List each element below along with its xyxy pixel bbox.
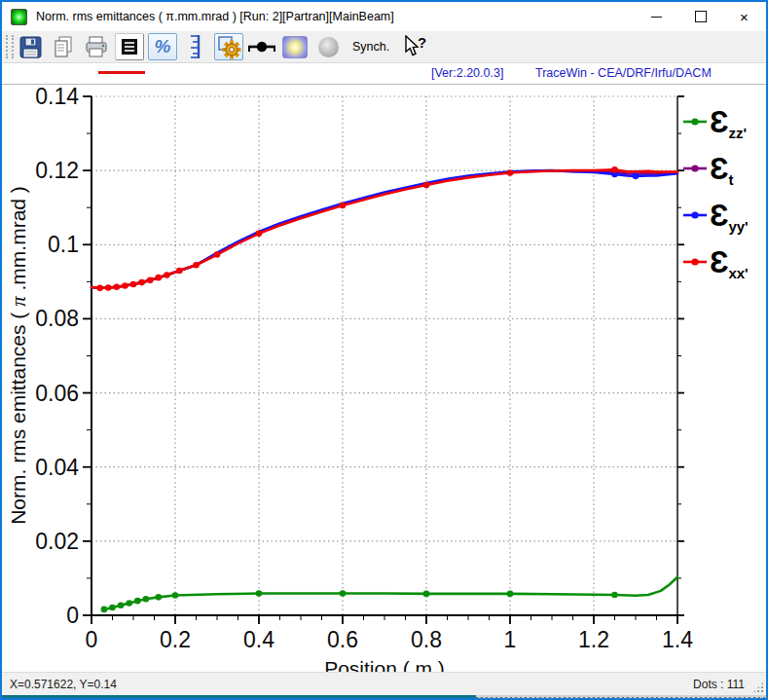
svg-text:0.4: 0.4 <box>243 627 274 652</box>
maximize-button[interactable] <box>678 2 722 31</box>
brand-label: TraceWin - CEA/DRF/Irfu/DACM <box>535 66 712 80</box>
print-button[interactable] <box>82 33 111 60</box>
background-window-gray-bar <box>476 695 766 700</box>
record-button[interactable] <box>313 33 343 60</box>
legend-marker-t <box>682 163 708 174</box>
tracewin-plot-window: Norm. rms emittances ( π.mm.mrad ) [Run:… <box>0 0 768 700</box>
percent-button[interactable]: % <box>148 33 177 60</box>
svg-text:0.8: 0.8 <box>411 627 442 652</box>
resize-grip[interactable] <box>752 682 764 693</box>
background-window-teal-bar <box>2 695 476 700</box>
legend-marker-yy <box>682 209 708 221</box>
record-icon <box>318 37 339 57</box>
beam-button[interactable] <box>247 33 276 60</box>
svg-text:0.02: 0.02 <box>35 529 79 554</box>
app-icon <box>11 9 27 25</box>
svg-text:1.4: 1.4 <box>662 627 693 652</box>
legend-item-xx[interactable]: Ɛxx' <box>682 239 762 285</box>
help-cursor: ? <box>401 33 430 60</box>
copy-button[interactable] <box>49 33 78 60</box>
scale-icon <box>189 34 202 59</box>
density-button[interactable] <box>280 33 310 60</box>
window-title: Norm. rms emittances ( π.mm.mrad ) [Run:… <box>36 10 394 23</box>
svg-text:0.04: 0.04 <box>35 455 79 480</box>
svg-text:0.14: 0.14 <box>35 85 79 109</box>
toolbar-grip[interactable] <box>6 35 14 58</box>
legend-epsilon-symbol: Ɛ <box>710 247 728 277</box>
save-icon <box>19 36 42 58</box>
svg-text:0: 0 <box>86 627 98 652</box>
cursor-coordinates: X=0.571622, Y=0.14 <box>10 678 117 691</box>
save-button[interactable] <box>16 33 45 60</box>
legend-subscript: zz' <box>728 125 747 141</box>
legend-subscript: xx' <box>728 265 748 281</box>
minimize-icon <box>651 17 662 18</box>
legend-item-yy[interactable]: Ɛyy' <box>682 192 762 239</box>
help-cursor-icon: ? <box>403 35 428 58</box>
svg-text:1: 1 <box>504 627 517 652</box>
legend-epsilon-symbol: Ɛ <box>710 154 728 184</box>
legend-marker-zz <box>682 116 708 128</box>
percent-icon: % <box>155 36 171 57</box>
svg-text:0: 0 <box>66 603 79 628</box>
chart-area: 00.20.40.60.811.21.400.020.040.060.080.1… <box>2 85 766 672</box>
report-icon <box>121 38 138 55</box>
svg-text:0.06: 0.06 <box>35 381 79 406</box>
status-bar: X=0.571622, Y=0.14 Dots : 111 <box>2 672 766 695</box>
version-label: [Ver:2.20.0.3] <box>431 66 503 80</box>
legend-subscript: yy' <box>728 218 748 235</box>
svg-text:Norm. rms emittances ( π .mm.m: Norm. rms emittances ( π .mm.mrad ) <box>7 186 30 525</box>
background-window-sliver <box>2 695 766 700</box>
legend-epsilon-symbol: Ɛ <box>710 201 728 231</box>
density-icon <box>282 36 308 58</box>
report-button[interactable] <box>115 33 144 60</box>
legend-marker-xx <box>682 256 708 268</box>
chart-legend: Ɛzz'ƐtƐyy'Ɛxx' <box>682 98 762 285</box>
settings-button[interactable] <box>214 33 243 60</box>
svg-text:0.1: 0.1 <box>48 232 79 257</box>
scale-button[interactable] <box>181 33 210 60</box>
minimize-button[interactable] <box>635 2 678 31</box>
svg-text:0.08: 0.08 <box>35 306 79 331</box>
synch-label: Synch. <box>352 40 389 54</box>
dots-count: Dots : 111 <box>693 678 745 691</box>
legend-item-zz[interactable]: Ɛzz' <box>682 98 762 145</box>
emittance-chart[interactable]: 00.20.40.60.811.21.400.020.040.060.080.1… <box>2 85 766 672</box>
print-icon <box>84 35 109 58</box>
copy-icon <box>52 35 75 58</box>
legend-epsilon-symbol: Ɛ <box>710 107 728 137</box>
toolbar: % <box>2 31 766 63</box>
settings-icon <box>217 35 241 59</box>
svg-text:0.6: 0.6 <box>327 627 358 652</box>
svg-text:Position ( m ): Position ( m ) <box>324 657 445 672</box>
legend-subscript: t <box>728 171 733 188</box>
active-tool-underline <box>98 71 145 74</box>
header-strip: [Ver:2.20.0.3] TraceWin - CEA/DRF/Irfu/D… <box>2 63 766 85</box>
svg-text:0.2: 0.2 <box>160 627 191 652</box>
maximize-icon <box>695 11 707 22</box>
svg-text:1.2: 1.2 <box>578 627 609 652</box>
close-button[interactable]: × <box>722 2 766 31</box>
svg-text:?: ? <box>418 35 426 51</box>
svg-text:0.12: 0.12 <box>35 158 79 183</box>
legend-item-t[interactable]: Ɛt <box>682 145 762 192</box>
title-bar[interactable]: Norm. rms emittances ( π.mm.mrad ) [Run:… <box>2 2 766 31</box>
beam-icon <box>247 38 276 55</box>
